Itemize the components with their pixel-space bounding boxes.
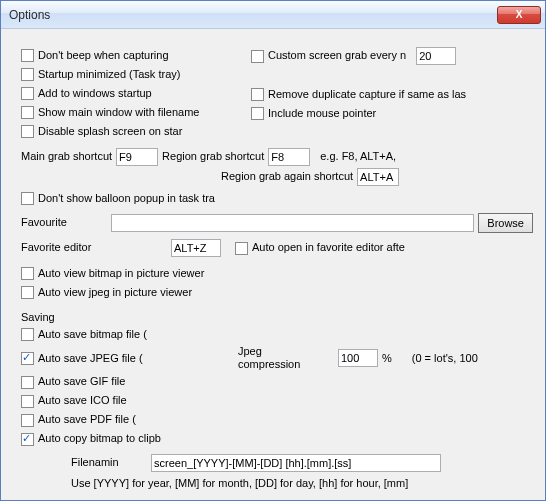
chk-save-jpg[interactable] — [21, 352, 34, 365]
options-window: Options X Don't beep when capturing Star… — [0, 0, 546, 501]
chk-remove-dup[interactable] — [251, 88, 264, 101]
lbl-favourite: Favourite — [21, 216, 111, 229]
lbl-auto-view-bmp: Auto view bitmap in picture viewer — [38, 267, 204, 280]
lbl-show-main: Show main window with filename — [38, 106, 199, 119]
lbl-jpeg-comp: Jpeg compression — [238, 345, 308, 371]
lbl-pct: % — [382, 352, 392, 365]
chk-custom-grab[interactable] — [251, 50, 264, 63]
lbl-eg: e.g. F8, ALT+A, — [320, 150, 396, 163]
content-area: Don't beep when capturing Startup minimi… — [1, 29, 545, 501]
lbl-save-ico: Auto save ICO file — [38, 394, 127, 407]
lbl-region-short: Region grab shortcut — [162, 150, 264, 163]
browse-favourite-button[interactable]: Browse — [478, 213, 533, 233]
input-region-again[interactable] — [357, 168, 399, 186]
lbl-save-gif: Auto save GIF file — [38, 375, 125, 388]
lbl-main-short: Main grab shortcut — [21, 150, 112, 163]
lbl-save-bmp: Auto save bitmap file ( — [38, 328, 147, 341]
window-title: Options — [9, 8, 50, 22]
lbl-include-mouse: Include mouse pointer — [268, 107, 376, 120]
input-fav-editor[interactable] — [171, 239, 221, 257]
chk-auto-view-jpg[interactable] — [21, 286, 34, 299]
titlebar: Options X — [1, 1, 545, 29]
chk-startup-min[interactable] — [21, 68, 34, 81]
chk-save-bmp[interactable] — [21, 328, 34, 341]
chk-dont-balloon[interactable] — [21, 192, 34, 205]
chk-add-startup[interactable] — [21, 87, 34, 100]
lbl-filenamin: Filenamin — [71, 456, 151, 469]
chk-save-gif[interactable] — [21, 376, 34, 389]
chk-save-pdf[interactable] — [21, 414, 34, 427]
chk-include-mouse[interactable] — [251, 107, 264, 120]
chk-auto-open-fav[interactable] — [235, 242, 248, 255]
lbl-auto-view-jpg: Auto view jpeg in picture viewer — [38, 286, 192, 299]
input-main-short[interactable] — [116, 148, 158, 166]
lbl-dont-balloon: Don't show balloon popup in task tra — [38, 192, 215, 205]
lbl-dont-beep: Don't beep when capturing — [38, 49, 169, 62]
lbl-region-again: Region grab again shortcut — [221, 170, 353, 183]
input-region-short[interactable] — [268, 148, 310, 166]
lbl-disable-splash: Disable splash screen on star — [38, 125, 182, 138]
chk-copy-clip[interactable] — [21, 433, 34, 446]
lbl-auto-open-fav: Auto open in favorite editor afte — [252, 241, 405, 254]
lbl-startup-min: Startup minimized (Task tray) — [38, 68, 180, 81]
lbl-custom-grab: Custom screen grab every n — [268, 49, 406, 62]
input-custom-n[interactable] — [416, 47, 456, 65]
lbl-use-hint: Use [YYYY] for year, [MM] for month, [DD… — [71, 477, 408, 490]
lbl-jpeg-hint: (0 = lot's, 100 — [412, 352, 478, 365]
close-button[interactable]: X — [497, 6, 541, 24]
chk-disable-splash[interactable] — [21, 125, 34, 138]
input-filename-pattern[interactable] — [151, 454, 441, 472]
input-favourite[interactable] — [111, 214, 474, 232]
close-icon: X — [516, 9, 523, 20]
lbl-save-pdf: Auto save PDF file ( — [38, 413, 136, 426]
chk-save-ico[interactable] — [21, 395, 34, 408]
input-jpeg-q[interactable] — [338, 349, 378, 367]
lbl-save-jpg: Auto save JPEG file ( — [38, 352, 178, 365]
chk-auto-view-bmp[interactable] — [21, 267, 34, 280]
lbl-fav-editor: Favorite editor — [21, 241, 171, 254]
lbl-add-startup: Add to windows startup — [38, 87, 152, 100]
lbl-copy-clip: Auto copy bitmap to clipb — [38, 432, 161, 445]
lbl-remove-dup: Remove duplicate capture if same as las — [268, 88, 466, 101]
chk-show-main[interactable] — [21, 106, 34, 119]
chk-dont-beep[interactable] — [21, 49, 34, 62]
section-saving: Saving — [21, 311, 533, 324]
